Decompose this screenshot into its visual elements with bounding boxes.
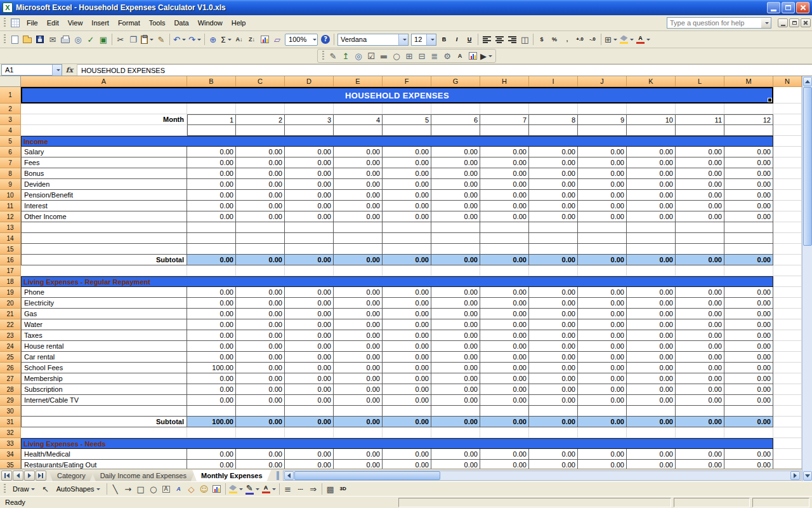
value-cell[interactable]: 0.00 xyxy=(676,168,724,179)
line-color-icon[interactable]: ✎ xyxy=(244,483,261,495)
value-cell[interactable]: 0.00 xyxy=(431,341,480,352)
first-sheet-button[interactable] xyxy=(1,471,12,481)
row-spacing-icon[interactable]: ≣ xyxy=(428,50,441,62)
menu-edit[interactable]: Edit xyxy=(43,17,63,29)
item-label-cell[interactable]: School Fees xyxy=(21,363,187,373)
value-cell[interactable]: 0.00 xyxy=(383,341,431,352)
value-cell[interactable]: 0.00 xyxy=(334,395,383,406)
cell[interactable] xyxy=(529,427,578,438)
cell[interactable] xyxy=(773,233,802,244)
cell[interactable] xyxy=(236,265,285,276)
cell[interactable] xyxy=(431,233,480,244)
cell[interactable] xyxy=(480,427,529,438)
row-header-16[interactable]: 16 xyxy=(0,255,21,265)
cell[interactable] xyxy=(773,125,802,136)
value-cell[interactable]: 0.00 xyxy=(431,373,480,384)
value-cell[interactable]: 0.00 xyxy=(578,460,627,469)
value-cell[interactable]: 0.00 xyxy=(529,287,578,298)
font-color-icon[interactable]: A xyxy=(261,483,277,495)
cell[interactable] xyxy=(773,417,802,427)
cell[interactable] xyxy=(480,104,529,114)
print-preview-icon[interactable]: ◎ xyxy=(72,33,84,46)
row-header-3[interactable]: 3 xyxy=(0,114,21,125)
sort-descending-icon[interactable]: Z↓ xyxy=(246,33,258,46)
row-header-6[interactable]: 6 xyxy=(0,147,21,157)
arrow-style-icon[interactable]: ⇒ xyxy=(307,483,320,495)
column-header-i[interactable]: I xyxy=(529,76,578,87)
currency-icon[interactable]: $ xyxy=(535,33,548,46)
arrow-icon[interactable]: → xyxy=(122,483,134,495)
subtotal-value-cell[interactable]: 0.00 xyxy=(187,255,236,265)
dash-icon[interactable]: ▬ xyxy=(377,50,390,62)
chart-wizard-icon[interactable] xyxy=(258,33,271,46)
value-cell[interactable]: 0.00 xyxy=(236,330,285,341)
menu-window[interactable]: Window xyxy=(193,17,227,29)
column-header-m[interactable]: M xyxy=(724,76,773,87)
shadow-style-icon[interactable]: ▩ xyxy=(324,483,337,495)
line-icon[interactable]: ╲ xyxy=(109,483,122,495)
item-label-cell[interactable]: Electricity xyxy=(21,298,187,309)
value-cell[interactable]: 0.00 xyxy=(676,395,724,406)
row-header-21[interactable]: 21 xyxy=(0,309,21,319)
cell[interactable] xyxy=(578,233,627,244)
menu-view[interactable]: View xyxy=(63,17,88,29)
subtotal-value-cell[interactable]: 0.00 xyxy=(578,417,627,427)
value-cell[interactable]: 0.00 xyxy=(724,395,773,406)
value-cell[interactable]: 0.00 xyxy=(285,449,334,460)
value-cell[interactable]: 0.00 xyxy=(578,298,627,309)
month-value-cell[interactable]: 10 xyxy=(627,114,676,125)
value-cell[interactable]: 0.00 xyxy=(383,352,431,363)
research-icon[interactable]: ▣ xyxy=(97,33,110,46)
value-cell[interactable]: 0.00 xyxy=(431,211,480,222)
value-cell[interactable]: 0.00 xyxy=(431,330,480,341)
row-header-10[interactable]: 10 xyxy=(0,190,21,201)
value-cell[interactable]: 0.00 xyxy=(676,157,724,168)
cell[interactable] xyxy=(578,265,627,276)
subtotal-value-cell[interactable]: 0.00 xyxy=(627,417,676,427)
spelling-icon[interactable]: ✓ xyxy=(84,33,97,46)
value-cell[interactable]: 0.00 xyxy=(383,168,431,179)
value-cell[interactable]: 0.00 xyxy=(431,298,480,309)
value-cell[interactable]: 0.00 xyxy=(383,309,431,319)
month-value-cell[interactable]: 11 xyxy=(676,114,724,125)
subtotal-label-cell[interactable]: Subtotal xyxy=(21,255,187,265)
cell[interactable] xyxy=(431,104,480,114)
cell[interactable] xyxy=(431,265,480,276)
value-cell[interactable]: 0.00 xyxy=(236,341,285,352)
value-cell[interactable]: 0.00 xyxy=(676,363,724,373)
subtotal-value-cell[interactable]: 0.00 xyxy=(285,255,334,265)
value-cell[interactable]: 0.00 xyxy=(529,384,578,395)
cell[interactable] xyxy=(773,309,802,319)
value-cell[interactable]: 0.00 xyxy=(187,147,236,157)
cell[interactable] xyxy=(773,211,802,222)
value-cell[interactable]: 0.00 xyxy=(431,201,480,211)
value-cell[interactable]: 0.00 xyxy=(627,179,676,190)
value-cell[interactable]: 0.00 xyxy=(724,449,773,460)
cell[interactable] xyxy=(773,438,802,449)
subtotal-value-cell[interactable]: 0.00 xyxy=(383,417,431,427)
value-cell[interactable]: 0.00 xyxy=(676,373,724,384)
menu-insert[interactable]: Insert xyxy=(87,17,114,29)
cell[interactable] xyxy=(480,406,529,417)
subtotal-value-cell[interactable]: 0.00 xyxy=(724,255,773,265)
cell[interactable] xyxy=(285,406,334,417)
subtotal-value-cell[interactable]: 0.00 xyxy=(578,255,627,265)
item-label-cell[interactable]: Pension/Benefit xyxy=(21,190,187,201)
value-cell[interactable]: 0.00 xyxy=(627,157,676,168)
value-cell[interactable]: 0.00 xyxy=(480,211,529,222)
value-cell[interactable]: 0.00 xyxy=(334,373,383,384)
undo-icon[interactable]: ↶ xyxy=(172,33,187,46)
value-cell[interactable]: 0.00 xyxy=(627,330,676,341)
value-cell[interactable]: 0.00 xyxy=(334,157,383,168)
cell[interactable] xyxy=(773,352,802,363)
dropdown-arrow-icon[interactable] xyxy=(613,39,617,41)
cell[interactable] xyxy=(236,427,285,438)
value-cell[interactable]: 0.00 xyxy=(187,330,236,341)
value-cell[interactable]: 0.00 xyxy=(627,201,676,211)
row-header-19[interactable]: 19 xyxy=(0,287,21,298)
cut-icon[interactable]: ✂ xyxy=(114,33,127,46)
cell[interactable] xyxy=(285,125,334,136)
subtotal-value-cell[interactable]: 0.00 xyxy=(334,255,383,265)
autosum-icon[interactable]: Σ xyxy=(219,33,233,46)
row-header-8[interactable]: 8 xyxy=(0,168,21,179)
